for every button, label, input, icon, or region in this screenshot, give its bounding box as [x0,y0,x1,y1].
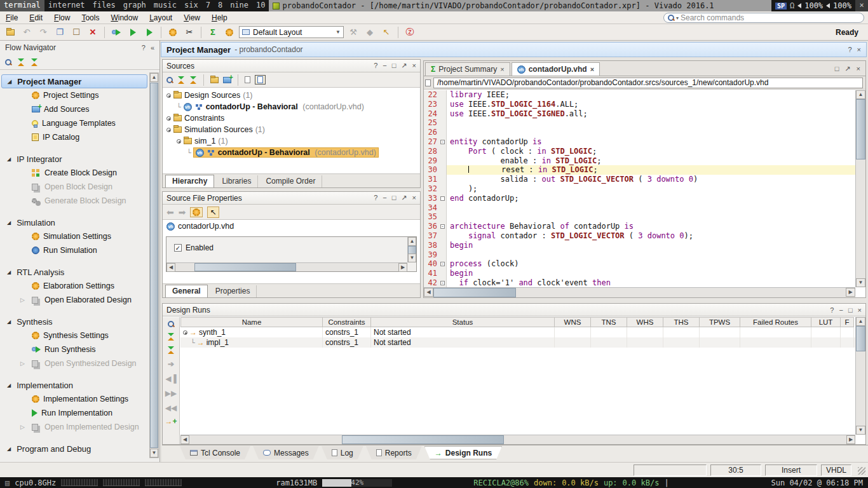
code-line-34[interactable]: 34 [424,203,855,213]
properties-vertical-scrollbar[interactable]: ▲ ▼ [407,237,416,262]
properties-gear-button[interactable] [190,207,203,217]
sources-maximize-button[interactable]: □ [392,62,397,70]
copy-button[interactable]: ❐ [53,26,67,39]
code-line-26[interactable]: 26 [424,128,855,137]
tcl-bubble-button[interactable]: ⓩ [403,26,417,39]
workspace-music[interactable]: music [150,0,180,11]
column-header-tpws[interactable]: TPWS [700,317,740,327]
scroll-up-button[interactable]: ▲ [150,73,158,82]
flow-navigator-collapse-button[interactable]: « [151,44,154,51]
tab-hierarchy[interactable]: Hierarchy [165,175,214,187]
project-summary-button[interactable]: Σ [206,26,220,39]
flow-item-simulation-settings[interactable]: Simulation Settings [1,229,147,243]
flow-section-program-and-debug[interactable]: ◢Program and Debug [1,442,147,456]
scrollbar-thumb[interactable] [433,288,516,297]
properties-minimize-button[interactable]: − [383,194,386,202]
runs-vertical-scrollbar[interactable]: ▲ ▼ [855,317,865,435]
column-header-ths[interactable]: THS [663,317,700,327]
menu-edit[interactable]: Edit [24,12,48,24]
pin-button[interactable]: ⚒ [346,26,360,39]
editor-tab-project-summary[interactable]: ΣProject Summary× [425,62,510,76]
code-line-42[interactable]: 42- if clock='1' and clock'event then [424,278,855,287]
source-tree-item[interactable]: Design Sources (1) [163,90,420,101]
header-close-button[interactable]: × [857,46,861,53]
flow-section-ip-integrator[interactable]: ◢IP Integrator [1,152,147,166]
scroll-to-selected-toggle[interactable] [255,75,266,85]
collapse-all-icon[interactable] [17,58,25,66]
runs-collapse-all-icon[interactable] [167,333,175,341]
run-gray-icon[interactable]: ➔ [168,360,174,369]
editor-close-button[interactable]: × [857,65,860,73]
source-tree-item[interactable]: Simulation Sources (1) [163,124,420,135]
code-line-36[interactable]: 36-architecture Behavioral of contadorUp… [424,222,855,231]
menu-tools[interactable]: Tools [76,12,105,24]
runs-minimize-button[interactable]: − [839,306,843,314]
editor-tab-contadorup-vhd[interactable]: contadorUp.vhd× [512,62,600,76]
tab-compile-order[interactable]: Compile Order [259,175,322,187]
code-line-32[interactable]: 32 ); [424,184,855,194]
scroll-up-button[interactable]: ▲ [856,90,865,99]
scroll-left-button[interactable]: ◀ [180,435,189,444]
scroll-right-button[interactable]: ▶ [846,435,855,444]
run-simulation-button[interactable] [142,26,156,39]
layout-select[interactable]: Default Layout ▼ [239,26,344,38]
forward-arrow-icon[interactable]: ➡ [179,207,186,217]
column-header-wns[interactable]: WNS [555,317,591,327]
code-line-37[interactable]: 37 signal contador : STD_LOGIC_VECTOR ( … [424,231,855,241]
properties-maximize-button[interactable]: □ [392,194,397,202]
code-line-41[interactable]: 41begin [424,269,855,278]
menu-flow[interactable]: Flow [48,12,76,24]
scroll-up-button[interactable]: ▲ [408,237,416,246]
bottom-tab-tcl-console[interactable]: Tcl Console [180,446,250,459]
flow-item-project-settings[interactable]: Project Settings [1,88,147,102]
flow-section-synthesis[interactable]: ◢Synthesis [1,315,147,329]
code-line-25[interactable]: 25 [424,118,855,128]
sources-expand-all-icon[interactable] [189,76,197,84]
header-help-button[interactable]: ? [848,46,851,53]
runs-expand-all-icon[interactable] [167,346,175,354]
code-line-23[interactable]: 23use IEEE.STD_LOGIC_1164.ALL; [424,100,855,109]
column-header-tns[interactable]: TNS [591,317,627,327]
rewind-icon[interactable]: ◀◀ [165,403,177,412]
code-line-29[interactable]: 29 enable : in STD_LOGIC; [424,156,855,166]
skip-to-start-icon[interactable]: ◀▐ [165,374,177,383]
create-run-icon[interactable]: →+ [165,418,177,424]
flow-item-add-sources[interactable]: Add Sources [1,102,147,116]
code-line-38[interactable]: 38begin [424,241,855,250]
column-header-whs[interactable]: WHS [627,317,663,327]
code-line-31[interactable]: 31 salida : out STD_LOGIC_VECTOR ( 3 dow… [424,175,855,184]
sources-minimize-button[interactable]: − [383,62,386,70]
runs-search-icon[interactable] [168,321,174,327]
sources-close-button[interactable]: × [412,62,416,70]
source-tree-item[interactable]: sim_1 (1) [163,135,420,147]
settings-gear-button[interactable] [166,26,180,39]
workspace-10[interactable]: 10 [252,0,269,11]
workspace-8[interactable]: 8 [214,0,226,11]
fast-forward-icon[interactable]: ▶▶ [165,389,177,398]
fold-marker[interactable]: - [440,224,445,229]
runs-horizontal-scrollbar[interactable]: ◀ ▶ [180,435,855,444]
properties-cursor-button[interactable]: ↖ [207,207,219,218]
flow-item-open-implemented-design[interactable]: ▷Open Implemented Design [1,420,147,434]
scroll-right-button[interactable]: ▶ [398,263,407,272]
flow-item-generate-block-design[interactable]: Generate Block Design [1,194,147,208]
tree-node-icon[interactable] [177,139,181,144]
tab-general[interactable]: General [165,285,208,297]
tree-node-icon[interactable] [166,93,171,98]
workspace-graph[interactable]: graph [119,0,150,11]
flow-item-run-synthesis[interactable]: Run Synthesis [1,342,147,356]
runs-close-button[interactable]: × [858,306,862,314]
expand-icon[interactable]: ▷ [20,360,28,367]
column-header-f[interactable]: F [841,317,854,327]
scrollbar-thumb[interactable] [150,83,158,448]
scrollbar-thumb[interactable] [856,326,865,351]
column-header-constraints[interactable]: Constraints [323,317,371,327]
fold-marker[interactable]: - [440,140,445,144]
open-project-button[interactable] [3,26,17,39]
design-run-row-impl_1[interactable]: └→impl_1constrs_1Not started [180,337,855,348]
editor-float-button[interactable]: ↗ [844,65,850,73]
scrollbar-thumb[interactable] [342,435,504,444]
bottom-tab-design-runs[interactable]: →Design Runs [424,446,502,459]
enabled-checkbox[interactable]: ✓ [174,244,182,252]
search-dropdown-icon[interactable]: ▾ [676,15,679,21]
